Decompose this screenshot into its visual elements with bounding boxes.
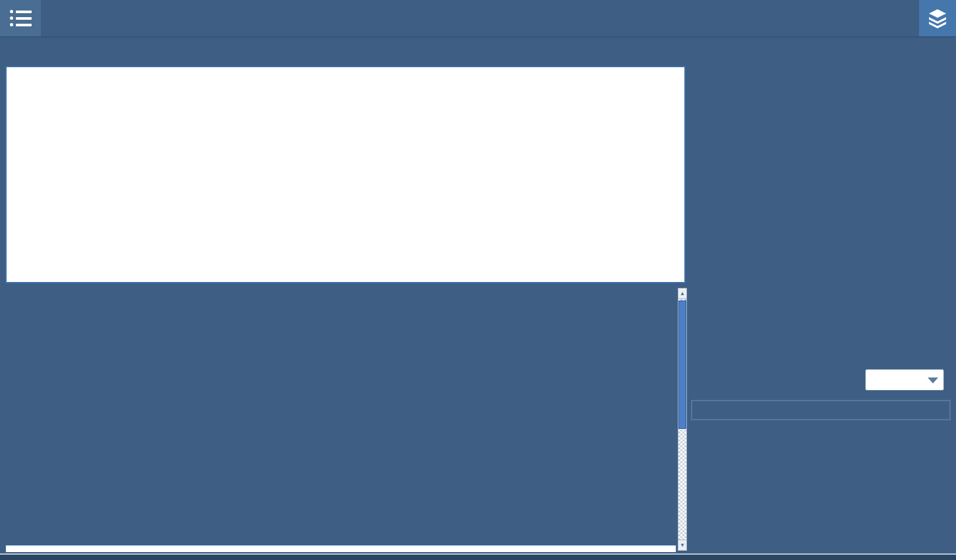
scroll-down-button[interactable]: ▼ <box>678 540 686 550</box>
scrollbar-thumb[interactable] <box>678 300 686 429</box>
included-phases-status <box>691 400 951 420</box>
scrollbar-track[interactable] <box>678 299 686 540</box>
header-bar <box>0 0 956 38</box>
phase-list-scrollbar[interactable]: ▲ ▼ <box>678 288 687 551</box>
footer-bar <box>0 553 956 560</box>
scroll-up-button[interactable]: ▲ <box>678 289 686 299</box>
chevron-down-icon <box>928 378 938 383</box>
sort-controls <box>691 366 951 395</box>
layers-icon <box>926 8 949 29</box>
phase-analysis-window: ▲ ▼ <box>0 0 956 560</box>
diffractogram-panel <box>5 66 686 283</box>
phase-card-partial <box>5 545 676 552</box>
main-menu-button[interactable] <box>0 0 41 36</box>
layers-button[interactable] <box>919 0 956 36</box>
diffractogram-chart[interactable] <box>7 67 684 282</box>
hamburger-menu-icon <box>10 10 32 26</box>
sort-dropdown[interactable] <box>865 369 944 391</box>
